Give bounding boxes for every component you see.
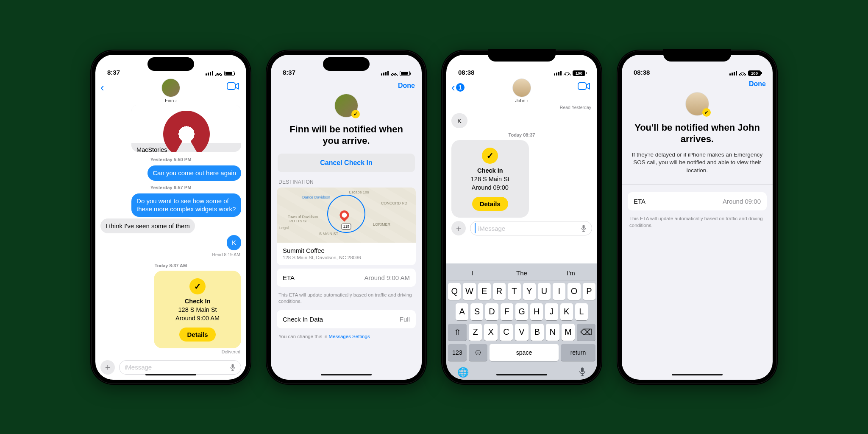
map-poi: Dance Davidson: [302, 195, 330, 199]
home-indicator[interactable]: [321, 374, 372, 375]
key-n[interactable]: N: [546, 324, 559, 341]
received-message[interactable]: K: [451, 113, 467, 129]
key-l[interactable]: L: [575, 303, 588, 320]
suggestion[interactable]: I: [448, 266, 497, 280]
map-poi: Escape 109: [349, 190, 369, 194]
key-z[interactable]: Z: [469, 324, 482, 341]
contact-name[interactable]: Finn: [165, 98, 177, 103]
home-indicator[interactable]: [145, 374, 196, 375]
shift-key[interactable]: ⇧: [448, 324, 467, 341]
key-e[interactable]: E: [478, 283, 491, 300]
dictate-icon[interactable]: [230, 364, 236, 371]
globe-key[interactable]: 🌐: [457, 367, 469, 378]
chat-scroll[interactable]: Read Yesterday K Today 08:37 ✓ Check In …: [446, 105, 597, 218]
dictate-key[interactable]: [579, 367, 586, 378]
return-key[interactable]: return: [561, 344, 595, 361]
key-p[interactable]: P: [583, 283, 595, 300]
cancel-checkin-button[interactable]: Cancel Check In: [278, 154, 415, 172]
key-i[interactable]: I: [553, 283, 565, 300]
key-s[interactable]: S: [470, 303, 483, 320]
dictate-icon[interactable]: [581, 224, 587, 232]
map-road: S MAIN ST: [319, 232, 338, 236]
key-j[interactable]: J: [545, 303, 558, 320]
home-indicator[interactable]: [672, 374, 723, 375]
eta-row[interactable]: ETAAround 9:00 AM: [277, 269, 416, 287]
timestamp: Today 8:37 AM: [100, 263, 241, 268]
map-road: POTTS ST: [289, 219, 308, 223]
apps-button[interactable]: ＋: [451, 221, 466, 235]
key-x[interactable]: X: [484, 324, 497, 341]
checkin-data-footer: You can change this in Messages Settings: [271, 332, 422, 345]
checkin-card-sent[interactable]: ✓ Check In 128 S Main St Around 9:00 AM …: [154, 271, 241, 348]
checkin-card-received[interactable]: ✓ Check In 128 S Main St Around 09:00 De…: [451, 140, 529, 218]
key-b[interactable]: B: [531, 324, 544, 341]
contact-avatar[interactable]: [512, 78, 531, 97]
cell-icon: [381, 71, 389, 76]
message-input[interactable]: iMessage: [470, 221, 592, 235]
destination-name: Summit Coffee: [283, 247, 410, 254]
delete-key[interactable]: ⌫: [577, 324, 595, 341]
done-button[interactable]: Done: [749, 80, 766, 88]
emoji-key[interactable]: ☺: [469, 344, 487, 361]
key-h[interactable]: H: [530, 303, 543, 320]
key-c[interactable]: C: [500, 324, 513, 341]
key-r[interactable]: R: [493, 283, 506, 300]
key-d[interactable]: D: [485, 303, 498, 320]
received-message[interactable]: I think I've seen some of them: [100, 218, 195, 234]
key-k[interactable]: K: [560, 303, 573, 320]
key-f[interactable]: F: [501, 303, 513, 320]
checkin-icon: ✓: [482, 148, 498, 164]
key-u[interactable]: U: [538, 283, 551, 300]
unread-badge: 1: [456, 83, 465, 92]
svg-rect-0: [227, 83, 235, 90]
back-button[interactable]: ‹: [100, 81, 104, 94]
done-button[interactable]: Done: [398, 82, 415, 90]
contact-name[interactable]: John: [515, 98, 529, 103]
checkin-details-button[interactable]: Details: [472, 197, 508, 211]
suggestion[interactable]: The: [497, 266, 546, 280]
key-t[interactable]: T: [508, 283, 520, 300]
checkin-title: Check In: [185, 298, 210, 305]
home-indicator[interactable]: [496, 374, 547, 375]
svg-rect-3: [583, 225, 585, 229]
key-q[interactable]: Q: [448, 283, 461, 300]
keyboard[interactable]: I The I'm QWERTYUIOP ASDFGHJKL ⇧ ZXCVBNM…: [446, 263, 597, 380]
key-m[interactable]: M: [562, 324, 575, 341]
sent-message[interactable]: K: [227, 235, 241, 250]
sent-message[interactable]: Do you want to see how some of these mor…: [131, 193, 241, 217]
checkin-details-button[interactable]: Details: [179, 328, 215, 342]
eta-row[interactable]: ETAAround 09:00: [628, 192, 767, 210]
destination-map[interactable]: Dance Davidson Escape 109 Town of Davids…: [277, 188, 416, 243]
battery-icon: 100: [748, 70, 761, 76]
eta-footer: This ETA will update automatically based…: [271, 290, 422, 310]
key-g[interactable]: G: [515, 303, 528, 320]
key-w[interactable]: W: [463, 283, 476, 300]
contact-avatar[interactable]: [161, 78, 180, 97]
key-o[interactable]: O: [568, 283, 580, 300]
message-input[interactable]: iMessage: [119, 360, 241, 375]
destination-card[interactable]: Dance Davidson Escape 109 Town of Davids…: [277, 188, 416, 265]
status-time: 08:38: [458, 69, 474, 76]
destination-address: 128 S Main St, Davidson, NC 28036: [283, 255, 410, 260]
messages-settings-link[interactable]: Messages Settings: [329, 334, 370, 339]
back-button[interactable]: ‹1: [451, 81, 465, 94]
compose-bar: ＋ iMessage: [446, 218, 597, 241]
read-receipt: Read 8:19 AM: [212, 252, 240, 257]
key-y[interactable]: Y: [523, 283, 536, 300]
facetime-button[interactable]: [578, 82, 590, 90]
space-key[interactable]: space: [490, 344, 559, 361]
numbers-key[interactable]: 123: [448, 344, 467, 361]
suggestion[interactable]: I'm: [546, 266, 595, 280]
checkin-data-row[interactable]: Check In DataFull: [277, 310, 416, 328]
compose-bar: ＋ iMessage: [95, 357, 246, 380]
sent-message[interactable]: Can you come out here again: [147, 165, 241, 181]
key-v[interactable]: V: [515, 324, 528, 341]
link-preview[interactable]: MacStories macstories.net: [131, 105, 241, 152]
apps-button[interactable]: ＋: [100, 360, 115, 375]
key-a[interactable]: A: [456, 303, 468, 320]
chat-scroll[interactable]: MacStories macstories.net Yesterday 5:50…: [95, 105, 246, 357]
battery-icon: 100: [573, 70, 585, 76]
macstories-logo-icon: [163, 111, 210, 152]
facetime-button[interactable]: [227, 82, 239, 90]
battery-icon: [224, 71, 234, 76]
